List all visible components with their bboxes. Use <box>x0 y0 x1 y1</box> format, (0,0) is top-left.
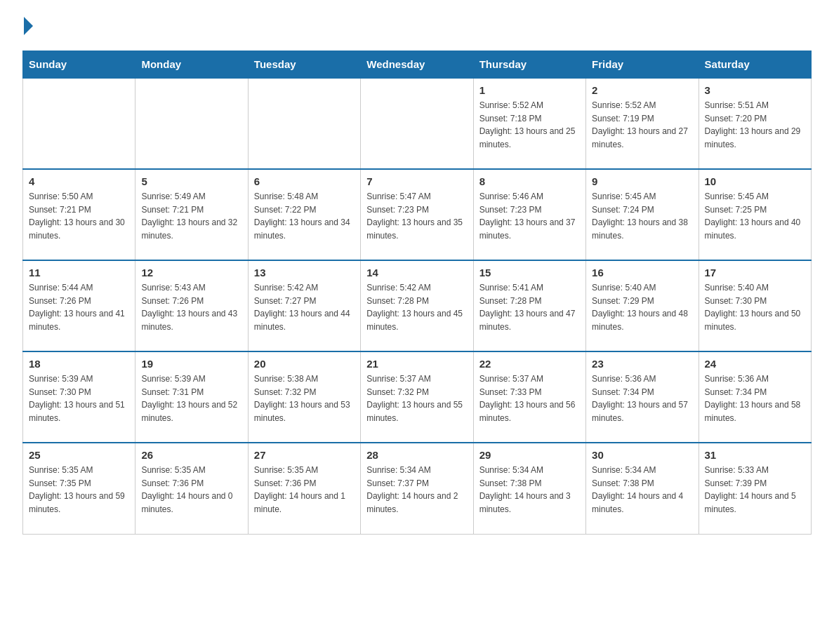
day-info: Sunrise: 5:46 AM Sunset: 7:23 PM Dayligh… <box>479 190 580 242</box>
day-number: 10 <box>705 175 805 187</box>
day-info: Sunrise: 5:34 AM Sunset: 7:38 PM Dayligh… <box>479 464 580 516</box>
day-number: 27 <box>254 449 355 461</box>
calendar-week-row: 4Sunrise: 5:50 AM Sunset: 7:21 PM Daylig… <box>23 169 812 260</box>
day-number: 23 <box>592 358 692 370</box>
calendar-cell: 25Sunrise: 5:35 AM Sunset: 7:35 PM Dayli… <box>23 443 135 534</box>
day-info: Sunrise: 5:40 AM Sunset: 7:29 PM Dayligh… <box>592 281 692 333</box>
day-number: 2 <box>592 84 692 96</box>
day-info: Sunrise: 5:36 AM Sunset: 7:34 PM Dayligh… <box>705 373 805 424</box>
day-number: 25 <box>29 449 129 461</box>
calendar-cell: 10Sunrise: 5:45 AM Sunset: 7:25 PM Dayli… <box>699 169 811 260</box>
day-number: 20 <box>254 358 355 370</box>
day-number: 17 <box>705 267 805 279</box>
day-number: 9 <box>592 175 692 187</box>
day-info: Sunrise: 5:35 AM Sunset: 7:35 PM Dayligh… <box>29 464 129 516</box>
day-number: 5 <box>141 175 241 187</box>
day-info: Sunrise: 5:52 AM Sunset: 7:19 PM Dayligh… <box>592 99 692 151</box>
day-number: 31 <box>705 449 805 461</box>
calendar-cell <box>361 78 473 169</box>
weekday-header-monday: Monday <box>135 51 248 79</box>
day-number: 29 <box>479 449 580 461</box>
day-info: Sunrise: 5:49 AM Sunset: 7:21 PM Dayligh… <box>141 190 241 242</box>
calendar-cell: 17Sunrise: 5:40 AM Sunset: 7:30 PM Dayli… <box>699 260 811 351</box>
day-info: Sunrise: 5:38 AM Sunset: 7:32 PM Dayligh… <box>254 373 355 424</box>
calendar-cell: 26Sunrise: 5:35 AM Sunset: 7:36 PM Dayli… <box>135 443 248 534</box>
day-number: 24 <box>705 358 805 370</box>
calendar-cell: 13Sunrise: 5:42 AM Sunset: 7:27 PM Dayli… <box>248 260 360 351</box>
weekday-header-sunday: Sunday <box>23 51 135 79</box>
day-info: Sunrise: 5:43 AM Sunset: 7:26 PM Dayligh… <box>141 281 241 333</box>
page-header <box>22 17 812 38</box>
calendar-table: SundayMondayTuesdayWednesdayThursdayFrid… <box>22 51 812 535</box>
day-info: Sunrise: 5:39 AM Sunset: 7:30 PM Dayligh… <box>29 373 129 424</box>
day-number: 19 <box>141 358 241 370</box>
day-number: 13 <box>254 267 355 279</box>
calendar-week-row: 25Sunrise: 5:35 AM Sunset: 7:35 PM Dayli… <box>23 443 812 534</box>
calendar-cell: 1Sunrise: 5:52 AM Sunset: 7:18 PM Daylig… <box>473 78 585 169</box>
day-info: Sunrise: 5:36 AM Sunset: 7:34 PM Dayligh… <box>592 373 692 424</box>
calendar-cell: 3Sunrise: 5:51 AM Sunset: 7:20 PM Daylig… <box>699 78 811 169</box>
calendar-cell: 21Sunrise: 5:37 AM Sunset: 7:32 PM Dayli… <box>361 351 473 443</box>
weekday-header-thursday: Thursday <box>473 51 585 79</box>
day-info: Sunrise: 5:33 AM Sunset: 7:39 PM Dayligh… <box>705 464 805 516</box>
day-number: 1 <box>479 84 580 96</box>
day-info: Sunrise: 5:41 AM Sunset: 7:28 PM Dayligh… <box>479 281 580 333</box>
day-info: Sunrise: 5:47 AM Sunset: 7:23 PM Dayligh… <box>366 190 467 242</box>
day-info: Sunrise: 5:50 AM Sunset: 7:21 PM Dayligh… <box>29 190 129 242</box>
day-info: Sunrise: 5:52 AM Sunset: 7:18 PM Dayligh… <box>479 99 580 151</box>
logo-triangle-icon <box>24 17 33 35</box>
day-number: 4 <box>29 175 129 187</box>
day-info: Sunrise: 5:40 AM Sunset: 7:30 PM Dayligh… <box>705 281 805 333</box>
day-info: Sunrise: 5:37 AM Sunset: 7:33 PM Dayligh… <box>479 373 580 424</box>
calendar-week-row: 11Sunrise: 5:44 AM Sunset: 7:26 PM Dayli… <box>23 260 812 351</box>
calendar-cell: 12Sunrise: 5:43 AM Sunset: 7:26 PM Dayli… <box>135 260 248 351</box>
logo <box>22 17 34 38</box>
day-info: Sunrise: 5:35 AM Sunset: 7:36 PM Dayligh… <box>254 464 355 516</box>
calendar-cell: 5Sunrise: 5:49 AM Sunset: 7:21 PM Daylig… <box>135 169 248 260</box>
day-info: Sunrise: 5:39 AM Sunset: 7:31 PM Dayligh… <box>141 373 241 424</box>
day-number: 26 <box>141 449 241 461</box>
day-number: 28 <box>366 449 467 461</box>
day-number: 30 <box>592 449 692 461</box>
calendar-cell: 14Sunrise: 5:42 AM Sunset: 7:28 PM Dayli… <box>361 260 473 351</box>
calendar-cell: 6Sunrise: 5:48 AM Sunset: 7:22 PM Daylig… <box>248 169 360 260</box>
calendar-cell: 7Sunrise: 5:47 AM Sunset: 7:23 PM Daylig… <box>361 169 473 260</box>
day-info: Sunrise: 5:37 AM Sunset: 7:32 PM Dayligh… <box>366 373 467 424</box>
day-number: 21 <box>366 358 467 370</box>
weekday-header-tuesday: Tuesday <box>248 51 360 79</box>
day-info: Sunrise: 5:42 AM Sunset: 7:28 PM Dayligh… <box>366 281 467 333</box>
day-number: 6 <box>254 175 355 187</box>
day-number: 15 <box>479 267 580 279</box>
weekday-header-row: SundayMondayTuesdayWednesdayThursdayFrid… <box>23 51 812 79</box>
day-info: Sunrise: 5:35 AM Sunset: 7:36 PM Dayligh… <box>141 464 241 516</box>
weekday-header-friday: Friday <box>586 51 699 79</box>
calendar-cell: 16Sunrise: 5:40 AM Sunset: 7:29 PM Dayli… <box>586 260 699 351</box>
calendar-cell: 20Sunrise: 5:38 AM Sunset: 7:32 PM Dayli… <box>248 351 360 443</box>
calendar-cell: 4Sunrise: 5:50 AM Sunset: 7:21 PM Daylig… <box>23 169 135 260</box>
calendar-cell: 11Sunrise: 5:44 AM Sunset: 7:26 PM Dayli… <box>23 260 135 351</box>
calendar-cell: 30Sunrise: 5:34 AM Sunset: 7:38 PM Dayli… <box>586 443 699 534</box>
day-number: 22 <box>479 358 580 370</box>
day-info: Sunrise: 5:48 AM Sunset: 7:22 PM Dayligh… <box>254 190 355 242</box>
calendar-cell: 18Sunrise: 5:39 AM Sunset: 7:30 PM Dayli… <box>23 351 135 443</box>
calendar-cell: 15Sunrise: 5:41 AM Sunset: 7:28 PM Dayli… <box>473 260 585 351</box>
calendar-cell: 24Sunrise: 5:36 AM Sunset: 7:34 PM Dayli… <box>699 351 811 443</box>
calendar-cell <box>23 78 135 169</box>
day-number: 3 <box>705 84 805 96</box>
day-number: 18 <box>29 358 129 370</box>
calendar-cell <box>135 78 248 169</box>
calendar-week-row: 18Sunrise: 5:39 AM Sunset: 7:30 PM Dayli… <box>23 351 812 443</box>
day-number: 11 <box>29 267 129 279</box>
calendar-cell: 28Sunrise: 5:34 AM Sunset: 7:37 PM Dayli… <box>361 443 473 534</box>
calendar-cell: 27Sunrise: 5:35 AM Sunset: 7:36 PM Dayli… <box>248 443 360 534</box>
day-number: 12 <box>141 267 241 279</box>
calendar-cell: 19Sunrise: 5:39 AM Sunset: 7:31 PM Dayli… <box>135 351 248 443</box>
calendar-cell: 2Sunrise: 5:52 AM Sunset: 7:19 PM Daylig… <box>586 78 699 169</box>
calendar-cell: 8Sunrise: 5:46 AM Sunset: 7:23 PM Daylig… <box>473 169 585 260</box>
calendar-cell: 29Sunrise: 5:34 AM Sunset: 7:38 PM Dayli… <box>473 443 585 534</box>
day-info: Sunrise: 5:45 AM Sunset: 7:24 PM Dayligh… <box>592 190 692 242</box>
day-info: Sunrise: 5:45 AM Sunset: 7:25 PM Dayligh… <box>705 190 805 242</box>
day-number: 16 <box>592 267 692 279</box>
weekday-header-wednesday: Wednesday <box>361 51 473 79</box>
day-info: Sunrise: 5:34 AM Sunset: 7:37 PM Dayligh… <box>366 464 467 516</box>
